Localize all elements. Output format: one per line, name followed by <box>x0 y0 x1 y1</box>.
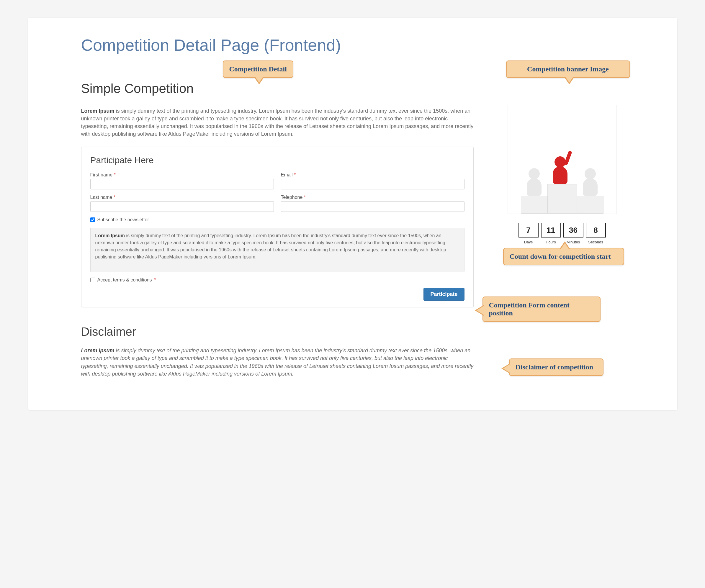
telephone-field-group: Telephone * <box>281 195 465 212</box>
terms-textbox[interactable]: Lorem Ipsum is simply dummy text of the … <box>90 228 465 272</box>
participate-form: Participate Here First name * Email * La… <box>81 147 474 307</box>
disclaimer-lead: Lorem Ipsum <box>81 348 114 353</box>
terms-lead: Lorem Ipsum <box>95 233 125 238</box>
sidebar: Competition banner Image 7 11 36 8 Days <box>500 81 624 387</box>
callout-countdown: Count down for competition start <box>503 248 624 265</box>
required-marker: * <box>294 172 296 177</box>
callout-label: Disclaimer of competition <box>516 363 594 371</box>
main-column: Competition Detail Simple Competition Lo… <box>81 81 474 387</box>
accept-terms-label: Accept terms & conditions <box>97 277 152 283</box>
first-name-input[interactable] <box>90 179 274 189</box>
accept-row: Accept terms & conditions * <box>90 277 465 283</box>
callout-label: Competition banner Image <box>527 65 609 73</box>
countdown-hours: 11 <box>541 223 561 238</box>
layout: Competition Detail Simple Competition Lo… <box>81 81 624 387</box>
email-input[interactable] <box>281 179 465 189</box>
terms-rest: is simply dummy text of the printing and… <box>95 233 447 259</box>
callout-label: Count down for competition start <box>510 252 611 260</box>
subscribe-checkbox[interactable] <box>90 217 95 222</box>
disclaimer-rest: is simply dummy text of the printing and… <box>81 348 474 377</box>
page-title: Competition Detail Page (Frontend) <box>81 35 624 55</box>
competition-banner-image <box>508 105 617 214</box>
competition-title: Simple Competition <box>81 81 474 96</box>
callout-competition-detail: Competition Detail <box>223 60 293 78</box>
first-name-label: First name * <box>90 172 274 178</box>
desc-rest: is simply dummy text of the printing and… <box>81 108 474 137</box>
desc-lead: Lorem Ipsum <box>81 108 114 114</box>
required-marker: * <box>114 172 116 177</box>
last-name-input[interactable] <box>90 201 274 212</box>
required-marker: * <box>113 195 115 200</box>
participate-button[interactable]: Participate <box>423 288 464 301</box>
countdown-timer: 7 11 36 8 <box>500 223 624 238</box>
required-marker: * <box>154 277 156 283</box>
callout-banner-image: Competition banner Image <box>506 60 630 78</box>
email-field-group: Email * <box>281 172 465 189</box>
telephone-input[interactable] <box>281 201 465 212</box>
hours-label: Hours <box>541 240 561 244</box>
page-card: Competition Detail Page (Frontend) Compe… <box>28 18 677 410</box>
last-name-field-group: Last name * <box>90 195 274 212</box>
podium-illustration <box>515 149 609 213</box>
first-name-field-group: First name * <box>90 172 274 189</box>
subscribe-row: Subscribe the newsletter <box>90 217 465 223</box>
email-label: Email * <box>281 172 465 178</box>
countdown-seconds: 8 <box>586 223 606 238</box>
callout-label: Competition Form content position <box>489 301 570 317</box>
form-heading: Participate Here <box>90 155 465 165</box>
disclaimer-heading: Disclaimer <box>81 325 474 338</box>
competition-description: Lorem Ipsum is simply dummy text of the … <box>81 107 474 138</box>
callout-form-position: Competition Form content position <box>482 296 601 322</box>
days-label: Days <box>518 240 538 244</box>
subscribe-label: Subscribe the newsletter <box>97 217 149 223</box>
telephone-label: Telephone * <box>281 195 465 200</box>
accept-terms-checkbox[interactable] <box>90 278 95 282</box>
countdown-days: 7 <box>518 223 538 238</box>
required-marker: * <box>304 195 306 200</box>
disclaimer-text: Lorem Ipsum is simply dummy text of the … <box>81 347 474 377</box>
callout-disclaimer: Disclaimer of competition <box>509 358 604 376</box>
countdown-minutes: 36 <box>563 223 583 238</box>
seconds-label: Seconds <box>586 240 606 244</box>
last-name-label: Last name * <box>90 195 274 200</box>
callout-label: Competition Detail <box>229 65 287 73</box>
